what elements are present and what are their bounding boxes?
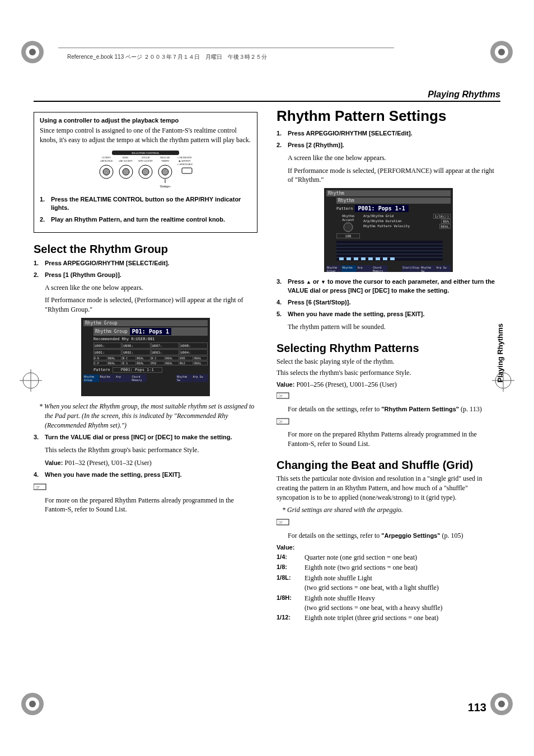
step-text: Turn the VALUE dial or press [INC] or [D… (45, 433, 257, 442)
svg-text:☞: ☞ (35, 484, 40, 490)
svg-text:REALTIME CONTROL: REALTIME CONTROL (132, 152, 160, 154)
left-column: Using a controller to adjust the playbac… (34, 107, 257, 625)
value-row: 1/4:Quarter note (one grid section = one… (277, 553, 500, 562)
crop-line (58, 48, 394, 48)
svg-rect-58 (390, 257, 395, 260)
svg-text:TEMPO: TEMPO (161, 159, 169, 162)
svg-rect-54 (361, 257, 366, 260)
svg-point-36 (142, 168, 149, 175)
svg-rect-55 (368, 257, 373, 260)
step-text: When you have made the setting, press [E… (45, 471, 257, 479)
step-text: Press ARPEGGIO/RHYTHM [SELECT/Edit]. (288, 129, 500, 138)
step-body: If Performance mode is selected, (PERFOR… (288, 166, 500, 185)
step-text: Press [6 (Start/Stop)]. (288, 298, 500, 307)
crop-mark-icon (489, 691, 514, 717)
reference-body: For more on the prepared Rhythm Patterns… (288, 430, 500, 449)
step-body: If Performance mode is selected, (Perfor… (45, 295, 257, 314)
note-subhead: Using a controller to adjust the playbac… (40, 117, 251, 124)
svg-text:☞: ☞ (278, 519, 283, 525)
page: Reference_e.book 113 ページ ２００３年７月１４日 月曜日 … (0, 0, 534, 756)
svg-text:ARP/ACCENT: ARP/ACCENT (119, 159, 133, 162)
reference-note: ☞ (277, 392, 500, 402)
step-body: A screen like the one below appears. (45, 283, 257, 293)
step-body: A screen like the one below appears. (288, 153, 500, 163)
value-line: Value: P01–32 (Preset), U01–32 (User) (45, 458, 257, 468)
right-column: Rhythm Pattern Settings 1.Press ARPEGGIO… (277, 107, 500, 625)
svg-text:☞: ☞ (278, 393, 283, 399)
value-line: Value: P001–256 (Preset), U001–256 (User… (277, 380, 500, 389)
step-text: Press the REALTIME CONTROL button so the… (51, 195, 251, 213)
lcd-screenshot-b: Rhythm Rhythm PatternP001: Pops 1-1 Rhyt… (277, 188, 500, 274)
up-triangle-icon: ▲ (306, 279, 311, 285)
svg-text:○ FILTER/ENV: ○ FILTER/ENV (177, 156, 192, 159)
crop-mark-icon (489, 39, 514, 65)
hand-point-icon: ☞ (277, 392, 291, 402)
footnote: * Grid settings are shared with the arpe… (282, 505, 500, 515)
step-body: The rhythm pattern will be sounded. (288, 322, 500, 332)
paragraph: Select the basic playing style of the rh… (277, 357, 500, 367)
note-body: Since tempo control is assigned to one o… (40, 126, 251, 145)
down-triangle-icon: ▼ (321, 279, 326, 285)
svg-rect-51 (339, 257, 344, 260)
knob-panel-illustration: REALTIME CONTROL CUTOFF RESO ATTACK RELE… (40, 149, 251, 191)
svg-text:RHY/ACCENT: RHY/ACCENT (138, 159, 153, 162)
heading-changing-beat-shuffle: Changing the Beat and Shuffle (Grid) (277, 459, 500, 472)
step-text: Press ARPEGGIO/RHYTHM [SELECT/Edit]. (45, 259, 257, 267)
paragraph: This sets the particular note division a… (277, 474, 500, 502)
register-mark-icon (20, 369, 42, 392)
reference-note: ☞ (277, 417, 500, 428)
hand-point-icon: ☞ (277, 417, 291, 428)
svg-text:RELEASE: RELEASE (160, 156, 170, 159)
svg-text:ATTACK: ATTACK (141, 156, 150, 159)
crop-mark-icon (20, 691, 45, 717)
svg-text:CUTOFF: CUTOFF (102, 156, 111, 159)
svg-text:Tempo: Tempo (160, 184, 171, 189)
reference-body: For more on the prepared Rhythm Patterns… (45, 496, 257, 515)
step-text: Press [1 (Rhythm Group)]. (45, 271, 257, 279)
step-text: Press [2 (Rhythm)]. (288, 141, 500, 149)
print-header: Reference_e.book 113 ページ ２００３年７月１４日 月曜日 … (67, 53, 267, 61)
heading-selecting-rhythm-patterns: Selecting Rhythm Patterns (277, 342, 500, 355)
svg-rect-57 (383, 257, 387, 260)
value-row: 1/12:Eighth note triplet (three grid sec… (277, 613, 500, 623)
reference-body: For details on the settings, refer to "A… (288, 531, 500, 541)
tempo-controller-note: Using a controller to adjust the playbac… (34, 112, 257, 233)
svg-rect-56 (376, 257, 380, 260)
value-row: 1/8L:Eighth note shuffle Light (two grid… (277, 574, 500, 593)
step-text: When you have made the setting, press [E… (288, 310, 500, 318)
heading-select-rhythm-group: Select the Rhythm Group (34, 243, 257, 256)
step-number: 2. (40, 215, 51, 224)
paragraph: This selects the rhythm's basic performa… (277, 368, 500, 378)
svg-text:ARP/RANGE: ARP/RANGE (100, 159, 113, 162)
lcd-screenshot-a: Rhythm Group Rhythm Group P01: Pops 1 Re… (34, 318, 257, 398)
svg-text:RESO: RESO (123, 156, 128, 159)
hand-point-icon: ☞ (34, 483, 48, 494)
section-header: Playing Rhythms (428, 90, 500, 99)
value-row: 1/8H:Eighth note shuffle Heavy (two grid… (277, 594, 500, 613)
step-text: Play an Rhythm Pattern, and turn the rea… (51, 215, 251, 224)
reference-note: ☞ (34, 483, 257, 494)
svg-point-2 (29, 49, 36, 55)
crop-mark-icon (20, 39, 45, 65)
footnote: * When you select the Rhythm group, the … (39, 402, 257, 430)
reference-body: For details on the settings, refer to "R… (288, 405, 500, 414)
svg-rect-39 (182, 168, 192, 173)
side-tab: Playing Rhythms (494, 319, 506, 387)
step-number: 1. (40, 195, 51, 213)
svg-point-5 (498, 49, 505, 55)
step-body: This selects the Rhythm group's basic pe… (45, 445, 257, 455)
section-header-band: Playing Rhythms (34, 90, 500, 102)
svg-point-8 (29, 701, 36, 707)
svg-text:☞: ☞ (278, 419, 283, 425)
heading-rhythm-pattern-settings: Rhythm Pattern Settings (277, 107, 500, 125)
svg-point-11 (498, 701, 505, 707)
value-row: 1/8:Eighth note (two grid sections = one… (277, 563, 500, 572)
svg-rect-53 (354, 257, 358, 260)
svg-text:◉ ARP/RHY: ◉ ARP/RHY (179, 159, 190, 162)
svg-point-34 (123, 168, 129, 175)
step-text: Press ▲ or ▼ to move the cursor to each … (288, 278, 500, 295)
value-list: 1/4:Quarter note (one grid section = one… (277, 553, 500, 623)
svg-point-44 (344, 223, 353, 232)
svg-point-32 (103, 168, 110, 175)
svg-point-38 (162, 168, 168, 175)
